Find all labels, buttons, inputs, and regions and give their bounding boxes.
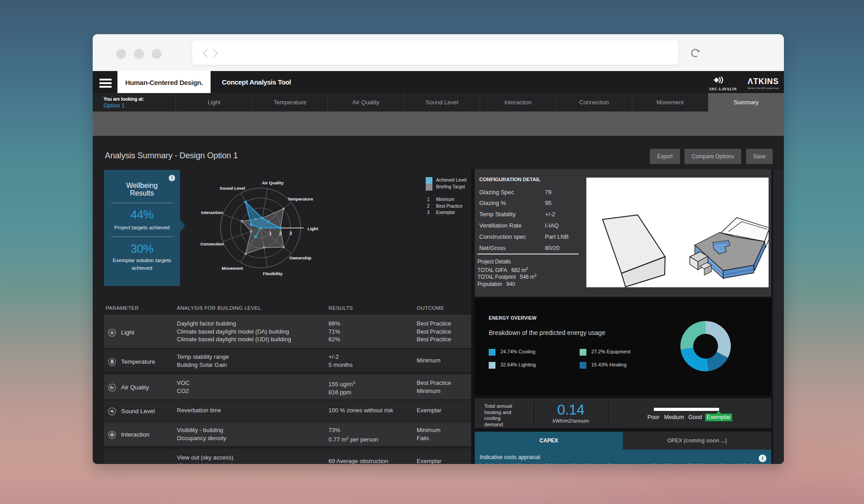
svg-text:Movement: Movement bbox=[222, 266, 243, 271]
svg-text:Light: Light bbox=[308, 226, 319, 231]
svg-text:3: 3 bbox=[289, 231, 292, 236]
svg-text:Connection: Connection bbox=[200, 241, 224, 246]
svg-text:2: 2 bbox=[279, 231, 282, 236]
svg-text:SNC·LAVALIN: SNC·LAVALIN bbox=[709, 87, 737, 91]
svg-text:Ownership: Ownership bbox=[289, 255, 311, 260]
svg-text:Temperature: Temperature bbox=[288, 196, 313, 201]
svg-text:Air Quality: Air Quality bbox=[262, 180, 284, 185]
svg-text:1: 1 bbox=[269, 231, 272, 236]
svg-text:Sound Level: Sound Level bbox=[220, 186, 245, 191]
svg-text:Flexibility: Flexibility bbox=[263, 271, 283, 276]
svg-text:Interaction: Interaction bbox=[201, 210, 223, 215]
